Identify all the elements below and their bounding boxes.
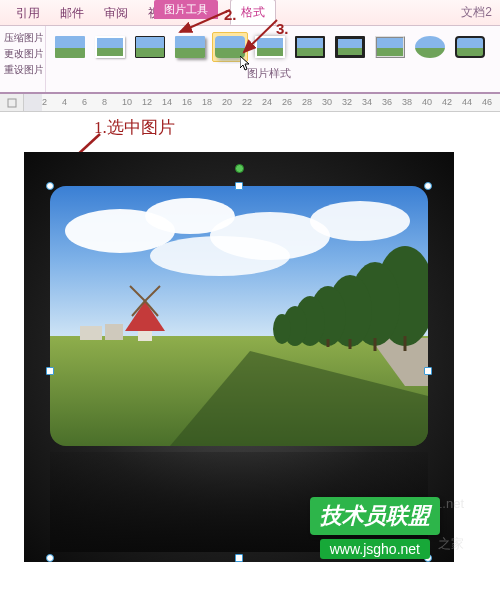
style-thumb[interactable] xyxy=(412,32,448,62)
ruler-tick: 46 xyxy=(482,97,492,107)
resize-handle-l[interactable] xyxy=(46,367,54,375)
ruler-tick: 8 xyxy=(102,97,107,107)
ribbon-tabs: 引用 邮件 审阅 视图 图片工具 格式 文档2 xyxy=(0,0,500,26)
annotation-text-1: 1.选中图片 xyxy=(94,116,175,139)
ruler-tick: 28 xyxy=(302,97,312,107)
style-thumb[interactable] xyxy=(332,32,368,62)
resize-handle-t[interactable] xyxy=(235,182,243,190)
style-thumb[interactable] xyxy=(92,32,128,62)
adjust-group: 压缩图片 更改图片 重设图片 xyxy=(0,26,46,92)
picture-content xyxy=(50,186,428,446)
style-thumb[interactable] xyxy=(292,32,328,62)
resize-handle-b[interactable] xyxy=(235,554,243,562)
style-thumb[interactable] xyxy=(452,32,488,62)
ruler-tick: 18 xyxy=(202,97,212,107)
svg-point-8 xyxy=(310,201,410,241)
watermark-badge: 技术员联盟 xyxy=(310,497,440,535)
svg-rect-11 xyxy=(80,326,102,340)
annotation-text-2: 2. xyxy=(224,6,237,23)
ruler-tick: 30 xyxy=(322,97,332,107)
tab-format[interactable]: 格式 xyxy=(230,0,276,25)
ruler-tick: 12 xyxy=(142,97,152,107)
ruler-tick: 40 xyxy=(422,97,432,107)
resize-handle-tl[interactable] xyxy=(46,182,54,190)
ruler-tick: 4 xyxy=(62,97,67,107)
ruler-tick: 38 xyxy=(402,97,412,107)
svg-point-25 xyxy=(273,314,291,344)
document-canvas[interactable]: 2. 3. 1.选中图片 xyxy=(0,112,500,587)
change-picture-button[interactable]: 更改图片 xyxy=(2,46,43,62)
style-thumb[interactable] xyxy=(52,32,88,62)
rotation-handle[interactable] xyxy=(235,164,244,173)
style-thumb-reflected-rounded[interactable] xyxy=(212,32,248,62)
ruler-tick: 26 xyxy=(282,97,292,107)
ruler-tick: 16 xyxy=(182,97,192,107)
ruler-tick: 2 xyxy=(42,97,47,107)
tab-references[interactable]: 引用 xyxy=(6,1,50,25)
watermark-url: www.jsgho.net xyxy=(320,539,430,559)
style-thumb[interactable] xyxy=(172,32,208,62)
svg-rect-0 xyxy=(8,99,16,107)
tab-review[interactable]: 审阅 xyxy=(94,1,138,25)
ruler-tick: 44 xyxy=(462,97,472,107)
picture-styles-gallery[interactable] xyxy=(46,26,500,64)
picture-styles-group: 图片样式 xyxy=(46,26,500,92)
reset-picture-button[interactable]: 重设图片 xyxy=(2,62,43,78)
horizontal-ruler[interactable]: 2468101214161820222426283032343638404244… xyxy=(0,94,500,112)
ruler-tick: 36 xyxy=(382,97,392,107)
ruler-tick: 20 xyxy=(222,97,232,107)
ruler-tick: 24 xyxy=(262,97,272,107)
style-thumb[interactable] xyxy=(132,32,168,62)
ruler-tick: 34 xyxy=(362,97,372,107)
watermark-text: 之家 xyxy=(438,535,464,553)
resize-handle-tr[interactable] xyxy=(424,182,432,190)
picture-tools-context: 图片工具 xyxy=(154,0,218,19)
resize-handle-r[interactable] xyxy=(424,367,432,375)
ruler-tick: 32 xyxy=(342,97,352,107)
compress-pictures-button[interactable]: 压缩图片 xyxy=(2,30,43,46)
svg-rect-12 xyxy=(105,324,123,340)
document-title: 文档2 xyxy=(461,4,492,21)
resize-handle-bl[interactable] xyxy=(46,554,54,562)
ribbon-panel: 压缩图片 更改图片 重设图片 图片样式 xyxy=(0,26,500,94)
picture-styles-label: 图片样式 xyxy=(46,64,492,85)
ruler-tick: 42 xyxy=(442,97,452,107)
ruler-tick: 14 xyxy=(162,97,172,107)
ruler-tick: 22 xyxy=(242,97,252,107)
ruler-tick: 6 xyxy=(82,97,87,107)
tab-mailings[interactable]: 邮件 xyxy=(50,1,94,25)
style-thumb[interactable] xyxy=(372,32,408,62)
svg-point-9 xyxy=(150,236,290,276)
ruler-tick: 10 xyxy=(122,97,132,107)
annotation-text-3: 3. xyxy=(276,20,289,37)
ruler-corner xyxy=(0,94,24,111)
ruler-ticks: 2468101214161820222426283032343638404244… xyxy=(24,94,500,111)
svg-rect-14 xyxy=(138,331,152,341)
